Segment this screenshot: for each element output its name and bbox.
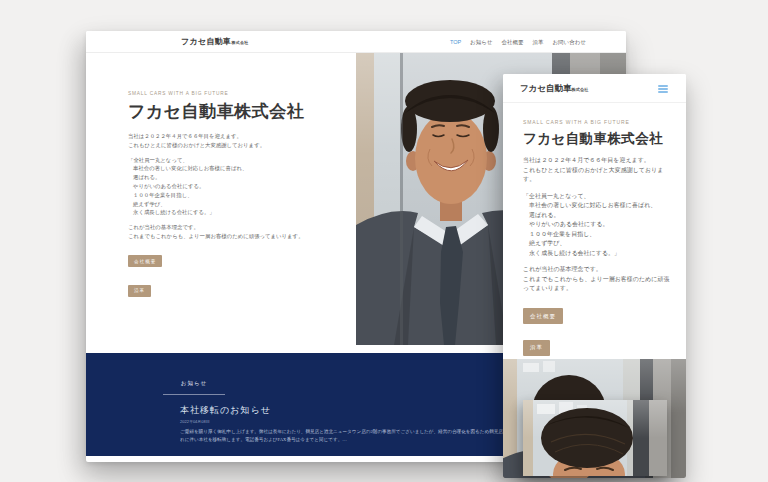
intro-line: 当社は２０２２年４月で６６年目を迎えます。 bbox=[523, 156, 675, 166]
tablet-logo-suffix: 株式会社 bbox=[572, 87, 589, 92]
site-logo-suffix: 株式会社 bbox=[231, 40, 248, 45]
site-logo[interactable]: フカセ自動車株式会社 bbox=[181, 36, 249, 47]
quote-line: 永く成長し続ける会社にする。」 bbox=[128, 208, 343, 217]
hamburger-menu-icon[interactable] bbox=[658, 85, 668, 95]
hero-buttons: 会社概要 沿革 bbox=[128, 249, 343, 297]
news-underline bbox=[163, 394, 225, 395]
closing-line: これまでもこれからも、より一層お客様のために頑張ってまいります。 bbox=[523, 275, 675, 294]
tablet-history-button[interactable]: 沿革 bbox=[523, 340, 550, 356]
quote-line: 永く成長し続ける会社にする。」 bbox=[523, 249, 675, 259]
closing-line: これが当社の基本理念です。 bbox=[523, 265, 675, 275]
intro-line: これもひとえに皆様のおかげと大変感謝しております。 bbox=[128, 141, 343, 150]
quote-line: やりがいのある会社にする。 bbox=[128, 182, 343, 191]
quote-line: 絶えず学び、 bbox=[128, 200, 343, 209]
nav-item-top[interactable]: TOP bbox=[450, 39, 461, 45]
desktop-header: フカセ自動車株式会社 TOP お知らせ 会社概要 沿革 お問い合わせ bbox=[86, 31, 626, 53]
nav-item-company[interactable]: 会社概要 bbox=[501, 39, 523, 46]
tablet-hero-buttons: 会社概要 沿革 bbox=[523, 304, 675, 356]
tablet-hero-intro: 当社は２０２２年４月で６６年目を迎えます。 これもひとえに皆様のおかげと大変感謝… bbox=[523, 156, 675, 185]
quote-line: 車社会の著しい変化に対応しお客様に喜ばれ、 bbox=[523, 201, 675, 211]
hero-intro: 当社は２０２２年４月で６６年目を迎えます。 これもひとえに皆様のおかげと大変感謝… bbox=[128, 132, 343, 150]
news-label-wrap: お知らせ bbox=[163, 380, 225, 395]
closing-line: これが当社の基本理念です。 bbox=[128, 223, 343, 232]
tablet-hero-text-block: SMALL CARS WITH A BIG FUTURE フカセ自動車株式会社 … bbox=[523, 119, 675, 356]
intro-line: これもひとえに皆様のおかげと大変感謝しております。 bbox=[523, 166, 675, 185]
quote-line: 選ばれる。 bbox=[128, 173, 343, 182]
tablet-company-profile-button[interactable]: 会社概要 bbox=[523, 308, 563, 324]
intro-line: 当社は２０２２年４月で６６年目を迎えます。 bbox=[128, 132, 343, 141]
news-section-label: お知らせ bbox=[163, 380, 225, 387]
tablet-hero-quote: 「全社員一丸となって、 車社会の著しい変化に対応しお客様に喜ばれ、 選ばれる。 … bbox=[523, 192, 675, 259]
news-item-date: 2022年04月08日 bbox=[180, 419, 210, 424]
quote-line: やりがいのある会社にする。 bbox=[523, 220, 675, 230]
hero-text-block: SMALL CARS WITH A BIG FUTURE フカセ自動車株式会社 … bbox=[128, 91, 343, 297]
quote-line: 「全社員一丸となって、 bbox=[128, 156, 343, 165]
tablet-logo-text: フカセ自動車 bbox=[520, 83, 572, 93]
hero-quote: 「全社員一丸となって、 車社会の著しい変化に対応しお客様に喜ばれ、 選ばれる。 … bbox=[128, 156, 343, 218]
tablet-hero-heading: フカセ自動車株式会社 bbox=[523, 130, 675, 148]
desktop-nav: TOP お知らせ 会社概要 沿革 お問い合わせ bbox=[450, 31, 586, 53]
hero-tagline: SMALL CARS WITH A BIG FUTURE bbox=[128, 91, 343, 96]
tablet-site-logo[interactable]: フカセ自動車株式会社 bbox=[520, 83, 588, 95]
nav-item-history[interactable]: 沿革 bbox=[532, 39, 543, 46]
quote-line: １００年企業を目指し、 bbox=[128, 191, 343, 200]
quote-line: 絶えず学び、 bbox=[523, 239, 675, 249]
nav-item-news[interactable]: お知らせ bbox=[470, 39, 492, 46]
quote-line: １００年企業を目指し、 bbox=[523, 230, 675, 240]
quote-line: 選ばれる。 bbox=[523, 211, 675, 221]
tablet-header: フカセ自動車株式会社 bbox=[503, 74, 686, 103]
news-item-title[interactable]: 本社移転のお知らせ bbox=[180, 404, 271, 417]
site-logo-text: フカセ自動車 bbox=[181, 37, 231, 46]
nav-item-contact[interactable]: お問い合わせ bbox=[552, 39, 586, 46]
company-profile-button[interactable]: 会社概要 bbox=[128, 255, 162, 267]
phone-businessman-closeup-illustration bbox=[523, 400, 667, 476]
closing-line: これまでもこれからも、より一層お客様のために頑張ってまいります。 bbox=[128, 232, 343, 241]
quote-line: 車社会の著しい変化に対応しお客様に喜ばれ、 bbox=[128, 164, 343, 173]
tablet-hero-closing: これが当社の基本理念です。 これまでもこれからも、より一層お客様のために頑張って… bbox=[523, 265, 675, 294]
hero-closing: これが当社の基本理念です。 これまでもこれからも、より一層お客様のために頑張って… bbox=[128, 223, 343, 241]
quote-line: 「全社員一丸となって、 bbox=[523, 192, 675, 202]
phone-mockup bbox=[523, 400, 667, 476]
history-button[interactable]: 沿革 bbox=[128, 285, 151, 297]
tablet-hero-tagline: SMALL CARS WITH A BIG FUTURE bbox=[523, 119, 675, 125]
hero-heading: フカセ自動車株式会社 bbox=[128, 100, 343, 123]
